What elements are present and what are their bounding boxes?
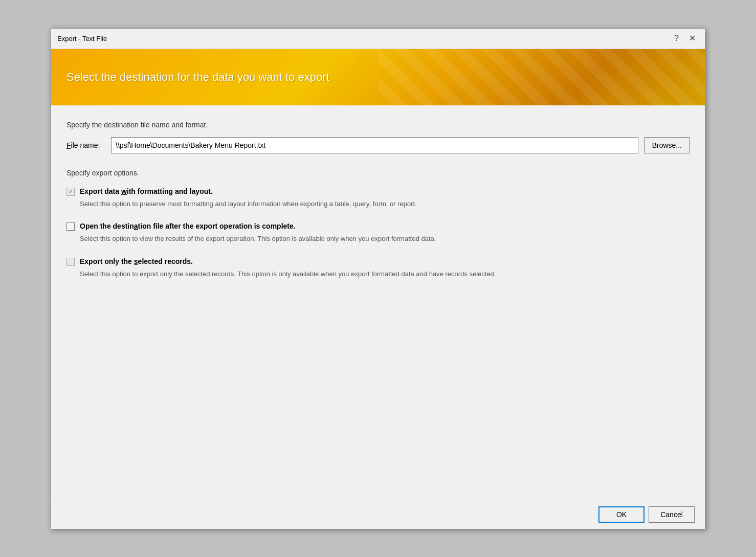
dialog-title: Export - Text File [57,35,107,42]
option-2-desc: Select this option to view the results o… [80,234,690,244]
browse-button[interactable]: Browse... [644,137,690,153]
file-name-input[interactable] [111,137,638,153]
checkbox-open-after-export[interactable] [66,222,75,231]
export-options-label: Specify export options. [66,169,690,177]
dialog-footer: OK Cancel [51,500,705,529]
option-row-3: Export only the selected records. [66,257,690,266]
export-dialog: Export - Text File ? ✕ Select the destin… [51,28,705,529]
help-button[interactable]: ? [671,33,682,43]
file-name-label: File name: [66,141,105,149]
close-button[interactable]: ✕ [686,33,699,43]
header-title: Select the destination for the data you … [66,71,329,84]
option-1-desc: Select this option to preserve most form… [80,199,690,209]
checkbox-export-formatting[interactable] [66,188,75,196]
title-bar-controls: ? ✕ [671,33,699,43]
option-3-label: Export only the selected records. [80,257,193,265]
option-3-desc: Select this option to export only the se… [80,269,690,279]
file-name-row: File name: Browse... [66,137,690,153]
option-group-3: Export only the selected records. Select… [66,257,690,282]
specify-format-label: Specify the destination file name and fo… [66,121,690,129]
option-1-label: Export data with formatting and layout. [80,187,213,195]
ok-button[interactable]: OK [598,506,644,523]
dialog-body: Specify the destination file name and fo… [51,105,705,500]
cancel-button[interactable]: Cancel [649,506,695,523]
title-bar: Export - Text File ? ✕ [51,29,705,49]
option-row-2: Open the destination file after the expo… [66,222,690,231]
option-group-2: Open the destination file after the expo… [66,222,690,247]
checkbox-selected-records[interactable] [66,258,75,266]
option-group-1: Export data with formatting and layout. … [66,187,690,212]
option-2-label: Open the destination file after the expo… [80,222,296,230]
header-banner: Select the destination for the data you … [51,49,705,105]
option-row-1: Export data with formatting and layout. [66,187,690,196]
